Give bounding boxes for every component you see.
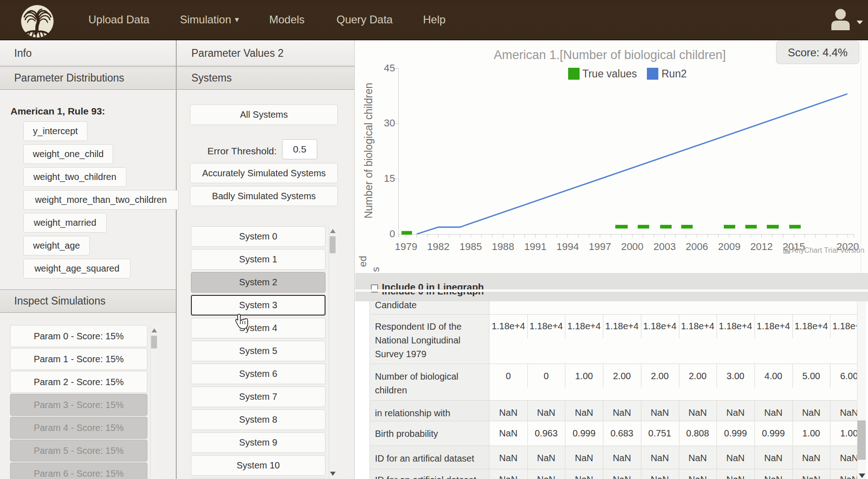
svg-text:1979: 1979 xyxy=(395,241,418,252)
svg-text:45: 45 xyxy=(384,62,395,74)
svg-text:1982: 1982 xyxy=(427,241,450,252)
svg-text:AnyChart Trial Version: AnyChart Trial Version xyxy=(792,246,864,254)
svg-text:American 1.[Number of biologic: American 1.[Number of biological childre… xyxy=(494,48,726,62)
svg-text:2003: 2003 xyxy=(653,241,676,252)
svg-text:2012: 2012 xyxy=(750,241,773,252)
svg-text:s: s xyxy=(370,267,381,272)
svg-text:Number of biological children: Number of biological children xyxy=(363,83,374,219)
svg-text:1988: 1988 xyxy=(492,241,514,252)
svg-text:1991: 1991 xyxy=(524,241,547,252)
svg-text:ed: ed xyxy=(357,256,369,267)
svg-text:15: 15 xyxy=(384,173,395,184)
svg-text:1985: 1985 xyxy=(460,241,482,252)
svg-text:30: 30 xyxy=(384,117,395,129)
svg-text:1994: 1994 xyxy=(556,241,579,252)
svg-text:2000: 2000 xyxy=(621,241,644,252)
svg-text:Run2: Run2 xyxy=(662,68,687,80)
svg-text:True values: True values xyxy=(582,68,637,80)
svg-text:2009: 2009 xyxy=(718,241,740,252)
svg-text:2006: 2006 xyxy=(686,241,708,252)
svg-text:0: 0 xyxy=(390,228,395,240)
svg-text:1997: 1997 xyxy=(589,241,611,252)
